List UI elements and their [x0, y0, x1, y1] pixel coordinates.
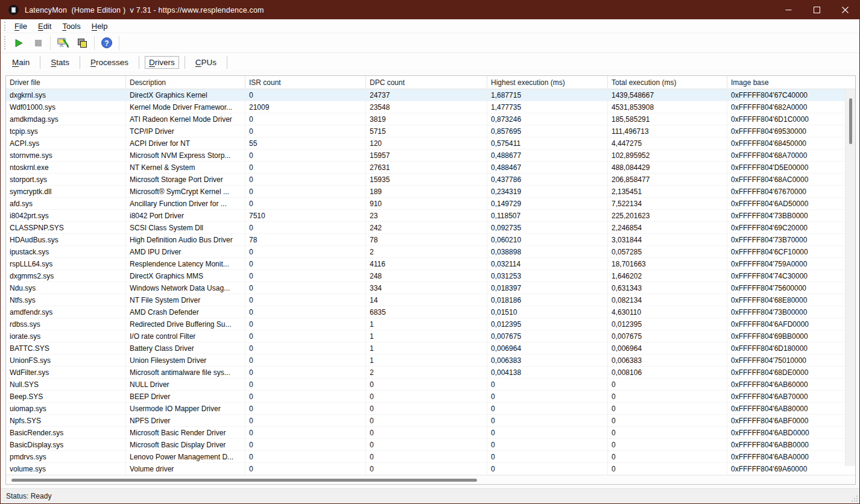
- table-row[interactable]: volume.sysVolume driver00000xFFFFF804'69…: [6, 463, 855, 475]
- cell-driver-file: symcryptk.dll: [6, 186, 126, 197]
- table-row[interactable]: BasicRender.sysMicrosoft Basic Render Dr…: [6, 427, 855, 439]
- cell-total-execution-ms: 1439,548667: [608, 89, 727, 101]
- table-row[interactable]: amdkmdag.sysATI Radeon Kernel Mode Drive…: [6, 113, 855, 125]
- table-row[interactable]: BATTC.SYSBattery Class Driver010,0069640…: [6, 342, 855, 354]
- app-icon: [8, 5, 19, 15]
- table-row[interactable]: symcryptk.dllMicrosoft® SymCrypt Kernel …: [6, 186, 855, 198]
- column-header-total-execution-ms[interactable]: Total execution (ms): [608, 76, 727, 89]
- cell-dpc-count: 4116: [366, 258, 487, 269]
- table-row[interactable]: dxgmms2.sysDirectX Graphics MMS02480,031…: [6, 270, 855, 282]
- cell-total-execution-ms: 0,007675: [608, 330, 727, 342]
- cell-description: Battery Class Driver: [126, 342, 245, 354]
- cell-image-base: 0xFFFFF804'75600000: [727, 282, 855, 294]
- column-header-description[interactable]: Description: [126, 76, 245, 89]
- maximize-button[interactable]: [803, 1, 831, 19]
- table-row[interactable]: rspLLL64.sysResplendence Latency Monit..…: [6, 258, 855, 270]
- tab-main[interactable]: Main: [4, 56, 37, 69]
- cell-dpc-count: 0: [366, 439, 487, 450]
- table-row[interactable]: CLASSPNP.SYSSCSI Class System Dll02420,0…: [6, 222, 855, 234]
- copy-report-button[interactable]: [73, 35, 91, 51]
- column-header-driver-file[interactable]: Driver file: [6, 76, 126, 89]
- cell-description: Redirected Drive Buffering Su...: [126, 318, 245, 330]
- table-row[interactable]: stornvme.sysMicrosoft NVM Express Storp.…: [6, 150, 855, 162]
- cell-driver-file: Null.SYS: [6, 379, 126, 390]
- table-row[interactable]: ACPI.sysACPI Driver for NT551200,5754114…: [6, 137, 855, 150]
- cell-dpc-count: 23548: [366, 101, 487, 113]
- menu-help[interactable]: Help: [86, 20, 113, 32]
- table-row[interactable]: Null.SYSNULL Driver00000xFFFFF804'6AB600…: [6, 379, 855, 391]
- column-header-isr-count[interactable]: ISR count: [245, 76, 366, 89]
- cell-total-execution-ms: 0,006383: [608, 354, 727, 366]
- cell-dpc-count: 6835: [366, 306, 487, 318]
- table-row[interactable]: uiomap.sysUsermode IO Mapper Driver00000…: [6, 403, 855, 415]
- cell-image-base: 0xFFFFF804'6AB80000: [727, 403, 855, 414]
- column-header-image-base[interactable]: Image base: [727, 76, 855, 89]
- cell-driver-file: ACPI.sys: [6, 137, 126, 149]
- table-row[interactable]: ntoskrnl.exeNT Kernel & System0276310,48…: [6, 162, 855, 174]
- menu-tools[interactable]: Tools: [57, 20, 86, 32]
- cell-isr-count: 0: [245, 367, 366, 378]
- cell-highest-execution-ms: 0: [487, 451, 608, 462]
- table-row[interactable]: afd.sysAncillary Function Driver for ...…: [6, 198, 855, 210]
- cell-dpc-count: 0: [366, 463, 487, 474]
- cell-isr-count: 0: [245, 270, 366, 282]
- tab-stats[interactable]: Stats: [43, 56, 77, 69]
- menu-file[interactable]: File: [9, 20, 33, 32]
- tab-cpus[interactable]: CPUs: [188, 56, 224, 69]
- table-row[interactable]: dxgkrnl.sysDirectX Graphics Kernel024737…: [6, 89, 855, 101]
- start-monitor-button[interactable]: [10, 35, 28, 51]
- cell-highest-execution-ms: 0: [487, 415, 608, 426]
- column-header-highest-execution-ms[interactable]: Highest execution (ms): [487, 76, 608, 89]
- cell-highest-execution-ms: 0,018186: [487, 294, 608, 306]
- table-row[interactable]: amdfendr.sysAMD Crash Defender068350,015…: [6, 306, 855, 318]
- table-row[interactable]: tcpip.sysTCP/IP Driver057150,857695111,4…: [6, 125, 855, 137]
- table-row[interactable]: rdbss.sysRedirected Drive Buffering Su..…: [6, 318, 855, 330]
- table-row[interactable]: Ndu.sysWindows Network Data Usag...03340…: [6, 282, 855, 294]
- cell-highest-execution-ms: 0,118507: [487, 210, 608, 221]
- table-row[interactable]: UnionFS.sysUnion Filesystem Driver010,00…: [6, 354, 855, 367]
- table-row[interactable]: i8042prt.sysi8042 Port Driver7510230,118…: [6, 210, 855, 222]
- horizontal-scrollbar[interactable]: [6, 475, 855, 484]
- cell-total-execution-ms: 0,631343: [608, 282, 727, 294]
- table-row[interactable]: Wdf01000.sysKernel Mode Driver Framewor.…: [6, 101, 855, 113]
- cell-highest-execution-ms: 0,575411: [487, 137, 608, 149]
- horizontal-scrollbar-thumb[interactable]: [11, 479, 477, 482]
- table-row[interactable]: ipustack.sysAMD IPU Driver020,0388980,05…: [6, 246, 855, 258]
- cell-isr-count: 78: [245, 234, 366, 245]
- tab-separator: [40, 56, 40, 69]
- table-row[interactable]: pmdrvs.sysLenovo Power Management D...00…: [6, 451, 855, 463]
- tab-drivers[interactable]: Drivers: [145, 56, 179, 69]
- vertical-scrollbar-thumb[interactable]: [849, 98, 852, 144]
- menu-edit[interactable]: Edit: [33, 20, 57, 32]
- table-row[interactable]: storport.sysMicrosoft Storage Port Drive…: [6, 174, 855, 186]
- cell-description: AMD Crash Defender: [126, 306, 245, 318]
- table-row[interactable]: BasicDisplay.sysMicrosoft Basic Display …: [6, 439, 855, 451]
- cell-highest-execution-ms: 0,007675: [487, 330, 608, 342]
- stop-monitor-button[interactable]: [29, 35, 47, 51]
- toolbar: ?: [1, 33, 859, 53]
- cell-driver-file: Npfs.SYS: [6, 415, 126, 426]
- table-row[interactable]: iorate.sysI/O rate control Filter010,007…: [6, 330, 855, 342]
- cell-driver-file: WdFilter.sys: [6, 367, 126, 378]
- table-row[interactable]: Npfs.SYSNPFS Driver00000xFFFFF804'6ABF00…: [6, 415, 855, 427]
- vertical-scrollbar[interactable]: [845, 89, 855, 466]
- tab-processes[interactable]: Processes: [83, 56, 136, 69]
- table-row[interactable]: Beep.SYSBEEP Driver00000xFFFFF804'6AB700…: [6, 391, 855, 403]
- cell-highest-execution-ms: 0,031253: [487, 270, 608, 282]
- cell-isr-count: 0: [245, 391, 366, 402]
- table-row[interactable]: HDAudBus.sysHigh Definition Audio Bus Dr…: [6, 234, 855, 246]
- minimize-button[interactable]: [774, 1, 803, 19]
- resize-grip-icon[interactable]: [850, 494, 858, 502]
- cell-driver-file: rdbss.sys: [6, 318, 126, 330]
- cell-total-execution-ms: 0: [608, 439, 727, 450]
- close-button[interactable]: [831, 1, 859, 19]
- cell-dpc-count: 15935: [366, 174, 487, 185]
- help-button[interactable]: ?: [98, 35, 116, 51]
- options-button[interactable]: [54, 35, 72, 51]
- table-row[interactable]: Ntfs.sysNT File System Driver0140,018186…: [6, 294, 855, 306]
- cell-dpc-count: 0: [366, 379, 487, 390]
- cell-total-execution-ms: 111,496713: [608, 125, 727, 137]
- table-row[interactable]: WdFilter.sysMicrosoft antimalware file s…: [6, 367, 855, 379]
- cell-description: DirectX Graphics MMS: [126, 270, 245, 282]
- column-header-dpc-count[interactable]: DPC count: [366, 76, 487, 89]
